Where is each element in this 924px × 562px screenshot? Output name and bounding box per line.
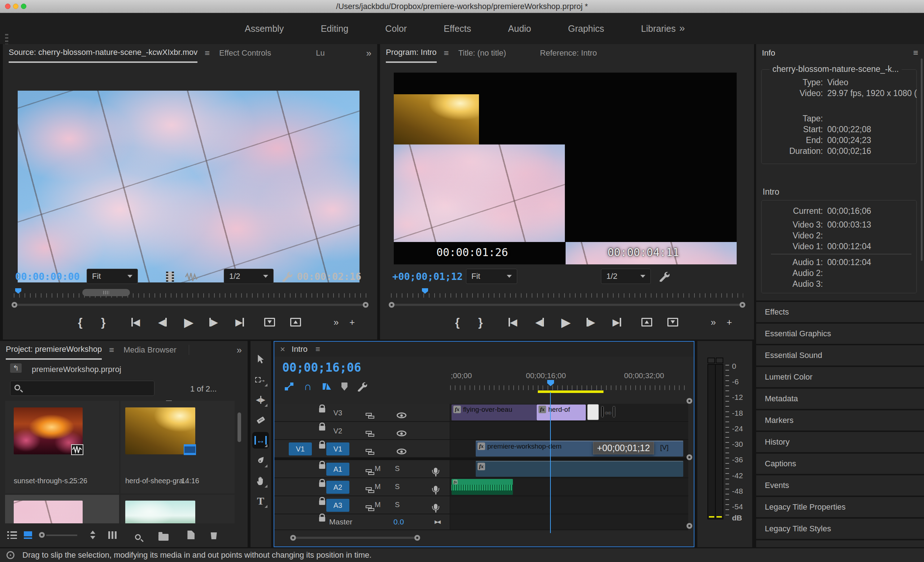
panel-tab-effects[interactable]: Effects: [756, 302, 924, 322]
pen-tool[interactable]: [252, 452, 269, 469]
mute-button[interactable]: M: [375, 500, 381, 509]
tab-media-browser[interactable]: Media Browser: [123, 345, 177, 355]
go-to-in-button[interactable]: ◀: [508, 314, 517, 330]
tab-title[interactable]: Title: (no title): [458, 48, 506, 58]
source-zoom-select[interactable]: Fit: [87, 269, 138, 284]
mute-button[interactable]: M: [375, 464, 381, 473]
hand-tool[interactable]: [252, 472, 269, 489]
source-resolution-select[interactable]: 1/2: [224, 269, 274, 284]
lock-icon[interactable]: [319, 482, 325, 487]
go-to-out-button[interactable]: ▶: [612, 314, 621, 330]
delete-icon[interactable]: [211, 532, 217, 539]
program-playhead-icon[interactable]: [422, 288, 428, 294]
info-scrollbar[interactable]: [921, 59, 922, 261]
list-item[interactable]: herd-of-sheep-gra... 14:16: [120, 401, 235, 493]
timeline-current-timecode[interactable]: 00;00;16;06: [282, 361, 361, 374]
mark-in-button[interactable]: {: [78, 314, 82, 330]
track-lane-a3[interactable]: [450, 496, 688, 514]
master-level-value[interactable]: 0.0: [393, 518, 404, 526]
zoom-window-button[interactable]: [21, 4, 26, 9]
track-lane-v2[interactable]: [450, 422, 688, 439]
tab-reference[interactable]: Reference: Intro: [540, 48, 597, 58]
fit-sequence-icon[interactable]: ▸◂: [435, 517, 440, 526]
panel-tab-history[interactable]: History: [756, 432, 924, 452]
timeline-hscroll-knob-left[interactable]: [290, 535, 296, 541]
play-button[interactable]: ▶: [561, 314, 571, 330]
track-select-forward-tool[interactable]: →: [252, 371, 269, 388]
list-item-selected[interactable]: [5, 495, 119, 523]
source-patch-v1[interactable]: V1: [289, 442, 312, 455]
step-back-button[interactable]: ◀: [535, 314, 544, 330]
tab-source[interactable]: Source: cherry-blossom-nature-scene_-kcw…: [9, 48, 197, 63]
transport-overflow-button[interactable]: »: [711, 314, 716, 330]
sort-icon[interactable]: [90, 530, 96, 539]
voiceover-mic-icon[interactable]: [434, 486, 438, 491]
thumbnail-sheep[interactable]: [125, 407, 195, 454]
track-target-a2[interactable]: A2: [326, 481, 350, 494]
solo-button[interactable]: S: [395, 500, 399, 509]
tab-project[interactable]: Project: premiereWorkshop: [6, 344, 102, 360]
panel-tab-events[interactable]: Events: [756, 475, 924, 496]
panel-tab-captions[interactable]: Captions: [756, 454, 924, 474]
lock-icon[interactable]: [319, 500, 325, 505]
timeline-hscroll-track[interactable]: [294, 537, 417, 539]
program-settings-wrench-icon[interactable]: [659, 271, 669, 282]
nest-toggle-icon[interactable]: [284, 381, 294, 392]
track-target-a3[interactable]: A3: [326, 499, 350, 512]
panel-tab-markers[interactable]: Markers: [756, 410, 924, 431]
solo-button[interactable]: S: [395, 482, 399, 491]
mark-out-button[interactable]: }: [478, 314, 483, 330]
panel-tab-legacy-title-styles[interactable]: Legacy Title Styles: [756, 518, 924, 539]
lock-icon[interactable]: [319, 517, 325, 521]
icon-view-button-icon[interactable]: [24, 531, 32, 539]
list-item[interactable]: [120, 495, 235, 523]
workspace-tab-assembly[interactable]: Assembly: [238, 20, 290, 38]
source-panel-menu-icon[interactable]: ≡: [205, 48, 210, 58]
list-view-button-icon[interactable]: [7, 531, 17, 539]
timeline-panel-menu-icon[interactable]: ≡: [315, 344, 320, 354]
source-scrollbar[interactable]: [12, 301, 369, 308]
panel-tab-legacy-title-properties[interactable]: Legacy Title Properties: [756, 497, 924, 517]
project-tabs-overflow-icon[interactable]: »: [237, 344, 242, 356]
tab-info[interactable]: Info: [762, 48, 775, 58]
go-to-in-button[interactable]: ◀: [131, 314, 140, 330]
lift-button[interactable]: [641, 314, 652, 330]
workspace-tab-editing[interactable]: Editing: [314, 20, 355, 38]
program-scrollbar-track[interactable]: [394, 304, 740, 306]
timeline-vscroll-knob[interactable]: [687, 454, 692, 460]
extract-button[interactable]: [668, 314, 678, 330]
workspace-tab-effects[interactable]: Effects: [437, 20, 477, 38]
drag-audio-only-icon[interactable]: [185, 272, 200, 282]
step-forward-button[interactable]: ▶: [586, 314, 595, 330]
play-button[interactable]: ▶: [184, 314, 194, 330]
minimize-window-button[interactable]: [13, 4, 18, 9]
lock-icon[interactable]: [319, 464, 325, 469]
voiceover-mic-icon[interactable]: [434, 468, 438, 473]
project-panel-menu-icon[interactable]: ≡: [109, 345, 114, 355]
transport-overflow-button[interactable]: »: [333, 314, 339, 330]
timeline-hscroll-knob-right[interactable]: [414, 535, 420, 541]
source-mini-ruler[interactable]: [14, 288, 366, 298]
workspace-tab-graphics[interactable]: Graphics: [562, 20, 611, 38]
overwrite-button[interactable]: [290, 314, 301, 330]
clip-herd-of-selected[interactable]: fx herd-of: [537, 404, 586, 421]
program-mini-ruler[interactable]: [391, 288, 743, 298]
track-name[interactable]: V3: [326, 406, 350, 419]
source-current-timecode[interactable]: 00:00:00:00: [15, 271, 80, 282]
sync-lock-icon[interactable]: [366, 469, 375, 475]
go-to-out-button[interactable]: ▶: [236, 314, 244, 330]
workspace-tab-color[interactable]: Color: [379, 20, 413, 38]
track-lane-master[interactable]: [450, 514, 688, 529]
track-lane-v3[interactable]: fx flying-over-beau fx herd-of ↔: [450, 404, 688, 421]
close-window-button[interactable]: [5, 4, 10, 9]
list-item[interactable]: sunset-through-s... 25:26: [5, 401, 119, 493]
button-editor-button[interactable]: +: [350, 314, 355, 330]
program-panel-menu-icon[interactable]: ≡: [444, 48, 449, 58]
project-scrollbar[interactable]: [237, 412, 241, 442]
panel-tab-metadata[interactable]: Metadata: [756, 389, 924, 409]
tab-sequence-intro[interactable]: Intro: [292, 344, 308, 354]
program-video-preview[interactable]: 00:00:01:26 00:00:04:11: [394, 73, 736, 264]
clip-flying-over[interactable]: fx flying-over-beau: [452, 404, 537, 421]
program-scroll-knob-left[interactable]: [389, 302, 394, 308]
panel-tab-essential-sound[interactable]: Essential Sound: [756, 345, 924, 365]
